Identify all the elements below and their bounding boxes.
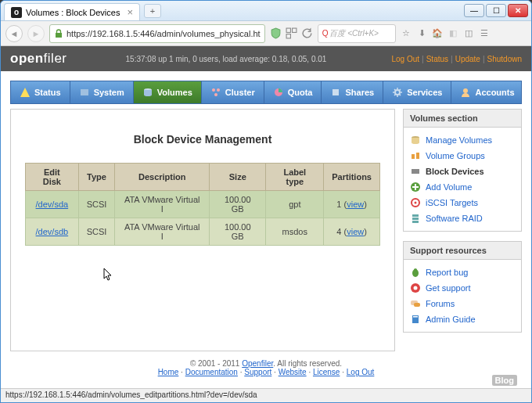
- disk-link[interactable]: /dev/sda: [36, 200, 69, 209]
- tab-volumes[interactable]: Volumes: [134, 81, 202, 103]
- minimize-button[interactable]: —: [464, 4, 484, 17]
- svg-point-27: [414, 286, 418, 290]
- new-tab-button[interactable]: +: [144, 4, 161, 18]
- main-panel: Block Device Management Edit Disk Type D…: [10, 109, 395, 351]
- volumes-section-box: Volumes section Manage Volumes Volume Gr…: [403, 109, 522, 232]
- tab-accounts[interactable]: Accounts: [451, 81, 523, 103]
- table-row: /dev/sda SCSI ATA VMware Virtual I 100.0…: [26, 191, 380, 218]
- view-link[interactable]: view: [347, 200, 364, 209]
- svg-point-8: [217, 88, 220, 92]
- svg-point-12: [395, 90, 400, 95]
- sidebar-item-manage-volumes[interactable]: Manage Volumes: [410, 132, 515, 148]
- sidebar-item-report-bug[interactable]: Report bug: [410, 264, 515, 280]
- back-button[interactable]: ◄: [5, 25, 23, 42]
- search-placeholder: 百度 <Ctrl+K>: [329, 28, 379, 39]
- browser-tab[interactable]: o Volumes : Block Devices ×: [4, 3, 140, 20]
- footer-support-link[interactable]: Support: [244, 368, 271, 376]
- sidebar-item-forums[interactable]: Forums: [410, 296, 515, 311]
- svg-rect-5: [81, 89, 88, 95]
- svg-rect-11: [332, 89, 339, 95]
- quota-icon: [273, 87, 284, 98]
- col-label-type: Label type: [266, 164, 324, 191]
- col-size: Size: [210, 164, 266, 191]
- favicon: o: [11, 7, 22, 18]
- raid-icon: [410, 213, 421, 224]
- footer-license-link[interactable]: License: [313, 368, 340, 376]
- qr-icon[interactable]: [286, 27, 297, 39]
- bug-icon: [410, 267, 421, 278]
- sidebar-item-iscsi-targets[interactable]: iSCSI Targets: [410, 195, 515, 210]
- shutdown-link[interactable]: Shutdown: [487, 55, 522, 63]
- svg-rect-17: [412, 169, 419, 174]
- system-icon: [79, 87, 90, 98]
- sidebar-item-get-support[interactable]: Get support: [410, 280, 515, 296]
- lock-icon: [54, 29, 63, 38]
- star-icon[interactable]: ☆: [401, 27, 412, 39]
- tab-status[interactable]: Status: [11, 81, 70, 103]
- table-header-row: Edit Disk Type Description Size Label ty…: [26, 164, 380, 191]
- close-tab-icon[interactable]: ×: [127, 6, 133, 18]
- svg-rect-15: [412, 154, 415, 159]
- footer-logout-link[interactable]: Log Out: [347, 368, 375, 376]
- sidebar-item-add-volume[interactable]: Add Volume: [410, 179, 515, 195]
- sidebar-item-volume-groups[interactable]: Volume Groups: [410, 148, 515, 164]
- forward-button[interactable]: ►: [27, 25, 45, 42]
- feed-icon[interactable]: ◧: [448, 27, 459, 39]
- status-link[interactable]: Status: [426, 55, 448, 63]
- browser-titlebar: o Volumes : Block Devices × + — ☐ ✕: [1, 1, 531, 21]
- disk-link[interactable]: /dev/sdb: [36, 227, 69, 236]
- search-box[interactable]: Q 百度 <Ctrl+K>: [318, 24, 396, 43]
- address-bar: ◄ ► https://192.168.1.5:446/admin/volume…: [1, 21, 531, 46]
- download-icon[interactable]: ⬇: [416, 27, 428, 39]
- tab-system[interactable]: System: [70, 81, 134, 103]
- maximize-button[interactable]: ☐: [486, 4, 506, 17]
- svg-rect-0: [56, 33, 62, 38]
- groups-icon: [410, 150, 421, 161]
- shares-icon: [330, 87, 341, 98]
- svg-point-25: [414, 268, 417, 272]
- page-title: Block Device Management: [25, 133, 380, 146]
- tab-quota[interactable]: Quota: [264, 81, 322, 103]
- search-provider-icon: Q: [322, 29, 329, 38]
- tab-title: Volumes : Block Devices: [26, 8, 120, 17]
- view-link[interactable]: view: [347, 227, 364, 236]
- block-devices-table: Edit Disk Type Description Size Label ty…: [25, 163, 380, 246]
- url-field[interactable]: https://192.168.1.5:446/admin/volumes_ph…: [49, 24, 265, 43]
- sidebar-item-admin-guide[interactable]: Admin Guide: [410, 311, 515, 327]
- accounts-icon: [460, 87, 471, 98]
- svg-rect-29: [414, 303, 420, 307]
- sidebar-item-software-raid[interactable]: Software RAID: [410, 210, 515, 226]
- volumes-icon: [142, 87, 153, 98]
- window-icon[interactable]: ◫: [463, 27, 475, 39]
- svg-rect-1: [286, 28, 290, 32]
- col-partitions: Partitions: [324, 164, 380, 191]
- add-icon: [410, 182, 421, 193]
- home-icon[interactable]: 🏠: [432, 27, 444, 39]
- box-title: Volumes section: [404, 110, 521, 128]
- svg-point-9: [214, 93, 217, 96]
- svg-marker-4: [20, 88, 30, 97]
- sidebar-item-block-devices[interactable]: Block Devices: [410, 164, 515, 179]
- support-icon: [410, 282, 421, 293]
- footer-openfiler-link[interactable]: Openfiler: [242, 359, 273, 368]
- footer-docs-link[interactable]: Documentation: [185, 368, 238, 376]
- footer-home-link[interactable]: Home: [158, 368, 179, 376]
- watermark: 51CTO.com 技术博客 Blog: [422, 354, 517, 387]
- close-window-button[interactable]: ✕: [508, 4, 528, 17]
- tab-services[interactable]: Services: [383, 81, 451, 103]
- menu-icon[interactable]: ☰: [479, 27, 491, 39]
- status-icon: [20, 87, 31, 98]
- update-link[interactable]: Update: [455, 55, 480, 63]
- footer-website-link[interactable]: Website: [279, 368, 307, 376]
- tab-shares[interactable]: Shares: [322, 81, 383, 103]
- cluster-icon: [210, 87, 221, 98]
- shield-icon[interactable]: [270, 27, 282, 39]
- logout-link[interactable]: Log Out: [391, 55, 419, 63]
- refresh-icon[interactable]: [301, 27, 313, 39]
- tab-cluster[interactable]: Cluster: [202, 81, 264, 103]
- svg-rect-21: [412, 214, 419, 217]
- uptime-status: 15:37:08 up 1 min, 0 users, load average…: [126, 55, 327, 63]
- book-icon: [410, 314, 421, 325]
- svg-rect-2: [292, 28, 296, 32]
- status-url: https://192.168.1.5:446/admin/volumes_ed…: [5, 390, 257, 399]
